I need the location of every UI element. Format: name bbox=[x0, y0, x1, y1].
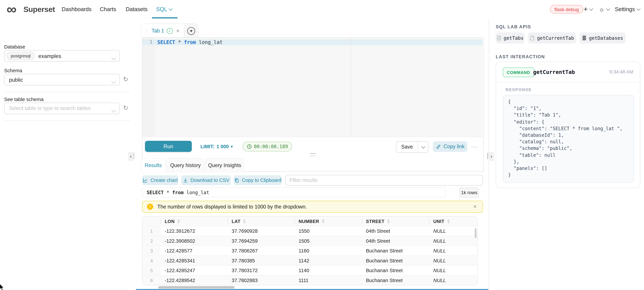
table-row[interactable]: 1 -122.3912672 37.7690928 1550 04th Stre… bbox=[142, 226, 477, 236]
row-number: 3 bbox=[142, 246, 160, 255]
chart-icon bbox=[143, 178, 148, 183]
nav-item-charts[interactable]: Charts bbox=[100, 0, 116, 18]
tab-query-history[interactable]: Query history bbox=[166, 158, 204, 172]
sort-icons[interactable] bbox=[243, 219, 246, 223]
table-row[interactable]: 3 -122.428577 37.7806267 1160 Buchanan S… bbox=[142, 246, 477, 256]
column-header-number[interactable]: NUMBER bbox=[294, 217, 362, 226]
sql-keyword: SELECT bbox=[146, 189, 164, 195]
row-number: 4 bbox=[142, 256, 160, 265]
theme-toggle-button[interactable]: ☼ bbox=[599, 0, 610, 18]
tab-saved-check-icon: ✓ bbox=[167, 28, 173, 34]
sql-lab-apis-panel: SQL LAB APIS getTabs getCurrentTab bbox=[489, 18, 644, 290]
check-glyph: ✓ bbox=[168, 29, 171, 33]
superset-brand[interactable]: Superset bbox=[24, 0, 55, 18]
limit-dropdown[interactable]: LIMIT: 1 000 ▾ bbox=[200, 141, 233, 152]
cell-lat: 37.7802883 bbox=[228, 276, 294, 285]
main-scrollbar[interactable] bbox=[487, 153, 488, 159]
caret-down-icon: ▾ bbox=[231, 144, 233, 148]
table-row[interactable]: 5 -122.4285247 37.7803172 1140 Buchanan … bbox=[142, 266, 477, 276]
tab-drag-handle-icon[interactable]: ⋮ bbox=[144, 28, 149, 33]
sql-code-line: SELECT * from long_lat bbox=[158, 39, 223, 45]
save-options-button[interactable] bbox=[418, 142, 428, 152]
cell-number: 1142 bbox=[294, 256, 362, 265]
cell-unit: NULL bbox=[429, 276, 477, 285]
table-row[interactable]: 2 -122.3908502 37.7694259 1505 04th Stre… bbox=[142, 236, 477, 246]
refresh-schema-icon[interactable]: ↻ bbox=[122, 76, 129, 82]
tab-results[interactable]: Results bbox=[141, 158, 166, 172]
sort-icons[interactable] bbox=[388, 219, 390, 223]
sql-lab-page: ∞ Superset Dashboards Charts Datasets SQ… bbox=[0, 0, 644, 290]
collapse-sidebar-button[interactable]: ‹ bbox=[128, 152, 134, 161]
pane-resize-handle[interactable] bbox=[310, 153, 316, 156]
get-tabs-button[interactable]: getTabs bbox=[496, 32, 524, 44]
cell-street: Buchanan Street bbox=[362, 256, 429, 265]
table-row[interactable]: 6 -122.4289542 37.7802883 1111 Buchanan … bbox=[142, 276, 477, 286]
column-label: NUMBER bbox=[298, 219, 319, 224]
table-select[interactable]: Select table or type to search tables bbox=[4, 103, 120, 114]
collapse-api-panel-button[interactable]: › bbox=[489, 152, 494, 161]
limit-label: LIMIT: bbox=[200, 143, 214, 149]
save-button[interactable]: Save bbox=[396, 142, 418, 152]
run-query-button[interactable]: Run bbox=[145, 141, 192, 152]
nav-item-datasets[interactable]: Datasets bbox=[126, 0, 148, 18]
sql-lab-sidebar: Database postgresql examples Schema publ… bbox=[0, 18, 136, 290]
create-chart-button[interactable]: Create chart bbox=[142, 175, 178, 185]
database-select[interactable]: postgresql examples bbox=[4, 50, 120, 61]
get-current-tab-button[interactable]: getCurrentTab bbox=[528, 32, 576, 44]
settings-menu[interactable]: Settings bbox=[615, 0, 640, 18]
column-header-lon[interactable]: LON bbox=[160, 217, 228, 226]
cell-lat: 37.7806267 bbox=[228, 246, 294, 255]
cell-number: 1550 bbox=[294, 226, 362, 236]
get-databases-button[interactable]: getDatabases bbox=[580, 32, 626, 44]
sort-icons[interactable] bbox=[322, 219, 324, 223]
executed-query-preview[interactable]: SELECT * from long_lat bbox=[142, 187, 446, 198]
sort-icons[interactable] bbox=[178, 219, 180, 223]
active-nav-underline bbox=[152, 17, 178, 18]
superset-logo-icon[interactable]: ∞ bbox=[6, 0, 16, 17]
download-csv-button[interactable]: Download to CSV bbox=[181, 175, 231, 185]
table-vertical-scrollbar[interactable] bbox=[475, 228, 476, 238]
south-pane-edge bbox=[136, 289, 488, 290]
line-number: 1 bbox=[142, 39, 152, 45]
copy-link-button[interactable]: Copy link bbox=[433, 141, 468, 152]
row-number: 1 bbox=[142, 226, 160, 236]
command-badge: COMMAND bbox=[503, 67, 534, 77]
download-icon bbox=[183, 178, 188, 183]
results-table: LON LAT NUMBER STREET UNIT 1 -122.391267… bbox=[142, 216, 478, 286]
cell-lon: -122.4285247 bbox=[160, 266, 228, 275]
row-limit-warning-banner: ! The number of rows displayed is limite… bbox=[142, 201, 483, 213]
row-count-badge: 1k rows bbox=[460, 188, 479, 198]
new-item-button[interactable]: + bbox=[584, 0, 592, 18]
nav-item-label: Dashboards bbox=[62, 6, 92, 12]
response-json[interactable]: { "id": "1", "title": "Tab 1", "editor":… bbox=[503, 95, 634, 183]
query-tab-1[interactable]: ⋮ Tab 1 ✓ ✕ bbox=[141, 23, 190, 38]
sort-icons[interactable] bbox=[447, 219, 450, 223]
column-header-lat[interactable]: LAT bbox=[228, 217, 294, 226]
cell-number: 1505 bbox=[294, 236, 362, 246]
sql-text: long_lat bbox=[184, 189, 209, 195]
limit-value: 1 000 bbox=[216, 143, 229, 149]
cell-lat: 37.7690928 bbox=[228, 226, 294, 236]
schema-select[interactable]: public bbox=[4, 74, 120, 85]
table-horizontal-scrollbar[interactable] bbox=[158, 286, 234, 289]
mouse-cursor bbox=[0, 284, 6, 290]
nav-item-label: Datasets bbox=[126, 6, 148, 12]
nav-item-sql[interactable]: SQL bbox=[156, 0, 172, 18]
code-editor[interactable]: 1 SELECT * from long_lat bbox=[142, 38, 482, 137]
tab-close-icon[interactable]: ✕ bbox=[176, 28, 180, 33]
table-row[interactable]: 4 -122.4285341 37.780385 1142 Buchanan S… bbox=[142, 256, 477, 266]
warning-close-icon[interactable]: ✕ bbox=[473, 204, 477, 209]
sidebar-divider bbox=[4, 92, 130, 92]
refresh-tables-icon[interactable]: ↻ bbox=[122, 105, 129, 111]
nav-item-dashboards[interactable]: Dashboards bbox=[62, 0, 92, 18]
column-header-street[interactable]: STREET bbox=[362, 217, 429, 226]
plus-icon: + bbox=[584, 5, 588, 13]
sql-keyword: SELECT bbox=[158, 39, 175, 45]
tab-query-insights[interactable]: Query Insights bbox=[206, 158, 244, 172]
column-label: LAT bbox=[232, 219, 240, 224]
more-actions-button[interactable]: ··· bbox=[471, 141, 478, 152]
filter-results-input[interactable] bbox=[285, 175, 483, 185]
column-header-unit[interactable]: UNIT bbox=[429, 217, 477, 226]
copy-to-clipboard-button[interactable]: Copy to Clipboard bbox=[234, 175, 282, 185]
new-tab-button[interactable]: + bbox=[184, 23, 198, 38]
